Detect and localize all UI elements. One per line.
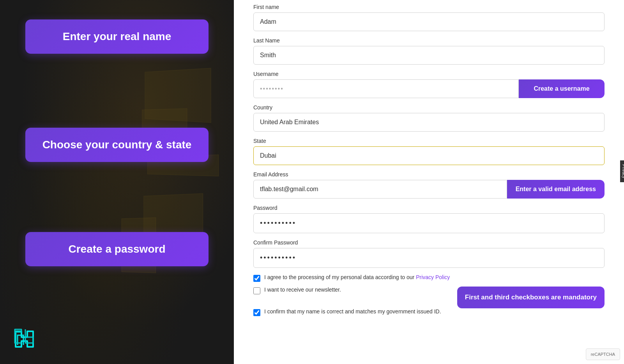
username-row: Create a username [253, 79, 605, 98]
logo [12, 324, 43, 356]
choose-country-state-button[interactable]: Choose your country & state [25, 128, 209, 162]
password-label: Password [253, 205, 605, 211]
country-input[interactable] [253, 113, 605, 132]
privacy-tag: Privacy [620, 160, 624, 182]
confirm-password-label: Confirm Password [253, 239, 605, 246]
valid-email-button[interactable]: Enter a valid email address [507, 180, 605, 199]
create-username-button[interactable]: Create a username [519, 79, 605, 98]
state-input[interactable] [253, 146, 605, 165]
checkbox-newsletter[interactable] [253, 287, 260, 294]
checkbox-item-2: I want to receive our newsletter. [253, 287, 449, 294]
email-label: Email Address [253, 171, 605, 178]
confirm-password-input[interactable] [253, 248, 605, 268]
left-panel: Enter your real name Choose your country… [0, 0, 234, 364]
last-name-input[interactable] [253, 46, 605, 65]
checkbox-privacy[interactable] [253, 275, 260, 282]
background-shapes [0, 0, 234, 364]
checkbox-row-2: I want to receive our newsletter. First … [253, 287, 605, 308]
last-name-label: Last Name [253, 37, 605, 44]
create-password-button[interactable]: Create a password [25, 232, 209, 266]
first-name-input[interactable] [253, 12, 605, 31]
username-input[interactable] [253, 79, 519, 98]
mandatory-tooltip: First and third checkboxes are mandatory [457, 287, 605, 308]
first-name-label: First name [253, 4, 605, 10]
state-label: State [253, 138, 605, 144]
checkbox-item-3: I confirm that my name is correct and ma… [253, 308, 605, 316]
privacy-policy-link[interactable]: Privacy Policy [416, 274, 450, 280]
checkbox-name-confirm[interactable] [253, 309, 260, 316]
username-label: Username [253, 71, 605, 77]
bg-box-1 [145, 68, 211, 123]
checkbox-newsletter-text: I want to receive our newsletter. [264, 287, 341, 293]
last-name-group: Last Name [253, 37, 605, 65]
username-group: Username Create a username [253, 71, 605, 98]
checkbox-item-1: I agree to the processing of my personal… [253, 274, 605, 282]
password-input[interactable] [253, 213, 605, 233]
enter-real-name-button[interactable]: Enter your real name [25, 19, 209, 54]
country-label: Country [253, 104, 605, 111]
password-group: Password [253, 205, 605, 233]
confirm-password-group: Confirm Password [253, 239, 605, 268]
email-row: Enter a valid email address [253, 180, 605, 199]
checkbox-group: I agree to the processing of my personal… [253, 274, 605, 316]
checkbox-privacy-text: I agree to the processing of my personal… [264, 274, 450, 280]
email-group: Email Address Enter a valid email addres… [253, 171, 605, 199]
checkbox-name-confirm-text: I confirm that my name is correct and ma… [264, 308, 441, 315]
first-name-group: First name [253, 4, 605, 31]
country-group: Country [253, 104, 605, 132]
recaptcha-text: reCAPTCHA [591, 352, 615, 357]
email-input[interactable] [253, 180, 507, 199]
right-panel: First name Last Name Username Create a u… [234, 0, 624, 364]
recaptcha: reCAPTCHA [586, 348, 620, 360]
state-group: State [253, 138, 605, 165]
